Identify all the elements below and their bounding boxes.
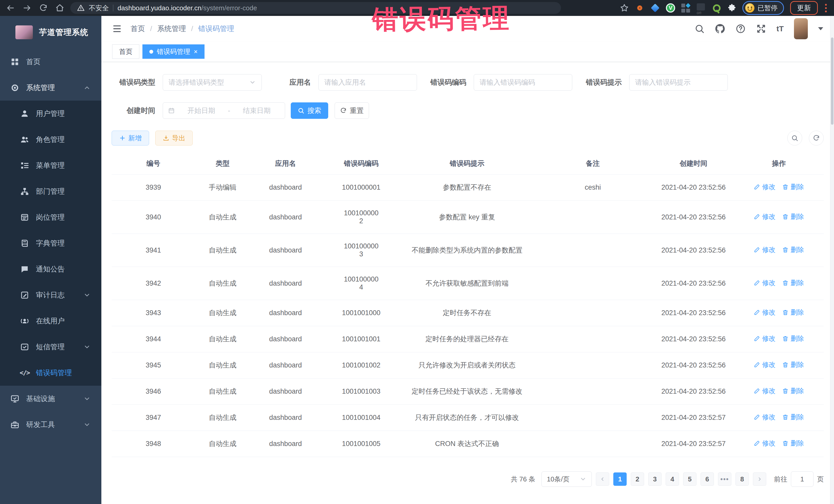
table-row: 3943自动生成dashboard1001001000定时任务不存在2021-0… <box>112 300 824 326</box>
sidebar-item-infra[interactable]: 基础设施 <box>0 386 101 412</box>
tab-error-code[interactable]: 错误码管理 × <box>142 44 204 59</box>
edit-link[interactable]: 修改 <box>754 279 775 287</box>
monitor-icon <box>10 394 20 403</box>
sidebar-item-user[interactable]: 用户管理 <box>0 101 101 127</box>
edit-link[interactable]: 修改 <box>754 439 775 447</box>
sidebar-item-home[interactable]: 首页 <box>0 49 101 75</box>
refresh-table-button[interactable] <box>809 131 824 146</box>
sidebar-item-label: 用户管理 <box>36 109 65 118</box>
page-button-2[interactable]: 2 <box>631 473 644 486</box>
cell-app: dashboard <box>250 353 321 378</box>
app-name-input[interactable] <box>319 74 417 91</box>
next-page-button[interactable] <box>753 473 766 486</box>
bookmark-star-icon[interactable] <box>620 3 629 13</box>
table-row: 3941自动生成dashboard100100000 3不能删除类型为系统内置的… <box>112 234 824 267</box>
paused-extension-badge[interactable]: 已暂停 <box>742 1 784 15</box>
page-button-8[interactable]: 8 <box>736 473 749 486</box>
delete-link[interactable]: 删除 <box>782 413 804 421</box>
avatar[interactable] <box>794 18 808 39</box>
close-icon[interactable]: × <box>194 48 198 55</box>
sidebar-item-system[interactable]: 系统管理 <box>0 75 101 101</box>
page-scrollbar[interactable] <box>830 16 834 504</box>
edit-link[interactable]: 修改 <box>754 246 775 254</box>
browser-menu-icon[interactable] <box>824 3 828 13</box>
delete-link[interactable]: 删除 <box>782 335 804 343</box>
grid-extension-icon[interactable] <box>681 3 690 13</box>
delete-link[interactable]: 删除 <box>782 387 804 395</box>
export-button[interactable]: 导出 <box>155 131 193 146</box>
add-button[interactable]: 新增 <box>112 131 149 146</box>
date-separator: - <box>228 107 230 115</box>
vue-devtools-icon[interactable]: V <box>666 3 675 13</box>
key-extension-icon[interactable] <box>712 3 721 13</box>
edit-link[interactable]: 修改 <box>754 413 775 421</box>
browser-update-button[interactable]: 更新 <box>790 1 818 15</box>
error-type-select[interactable]: 请选择错误码类型 <box>163 74 262 91</box>
edit-link[interactable]: 修改 <box>754 308 775 316</box>
delete-link[interactable]: 删除 <box>782 183 804 191</box>
gem-extension-icon[interactable] <box>651 3 660 13</box>
delete-link[interactable]: 删除 <box>782 308 804 316</box>
sidebar-item-notice[interactable]: 通知公告 <box>0 256 101 282</box>
error-code-input[interactable] <box>474 74 572 91</box>
reload-icon[interactable] <box>39 4 48 12</box>
delete-link[interactable]: 删除 <box>782 439 804 447</box>
page-button-4[interactable]: 4 <box>666 473 679 486</box>
sidebar-item-role[interactable]: 角色管理 <box>0 127 101 152</box>
breadcrumb: 首页 / 系统管理 / 错误码管理 <box>131 24 234 34</box>
delete-link[interactable]: 删除 <box>782 361 804 369</box>
cell-memo <box>532 305 653 322</box>
delete-link[interactable]: 删除 <box>782 213 804 221</box>
address-bar[interactable]: 不安全 dashboard.yudao.iocoder.cn/system/er… <box>70 2 561 14</box>
cell-actions: 修改删除 <box>734 204 824 230</box>
help-icon[interactable] <box>736 24 746 34</box>
search-icon[interactable] <box>695 24 705 34</box>
font-size-icon[interactable]: tT <box>776 24 784 33</box>
github-icon[interactable] <box>715 24 725 34</box>
forward-icon[interactable] <box>23 4 31 12</box>
target-extension-icon[interactable] <box>635 3 644 13</box>
delete-link[interactable]: 删除 <box>782 246 804 254</box>
prev-page-button[interactable] <box>596 473 609 486</box>
sidebar-item-menu[interactable]: 菜单管理 <box>0 152 101 178</box>
sidebar-item-online-user[interactable]: 在线用户 <box>0 308 101 334</box>
edit-link[interactable]: 修改 <box>754 387 775 395</box>
edit-link[interactable]: 修改 <box>754 335 775 343</box>
page-button-5[interactable]: 5 <box>683 473 697 486</box>
back-icon[interactable] <box>6 4 15 12</box>
sidebar-item-dev-tool[interactable]: 研发工具 <box>0 412 101 438</box>
sidebar-item-error-code[interactable]: </>错误码管理 <box>0 360 101 386</box>
scrollbar-thumb[interactable] <box>831 38 833 125</box>
sidebar-item-sms[interactable]: 短信管理 <box>0 334 101 360</box>
chevron-down-icon[interactable] <box>818 27 823 30</box>
sidebar-item-dept[interactable]: 部门管理 <box>0 178 101 204</box>
edit-link[interactable]: 修改 <box>754 361 775 369</box>
hamburger-icon[interactable] <box>112 24 122 34</box>
error-msg-input[interactable] <box>629 74 728 91</box>
sidebar-item-post[interactable]: 岗位管理 <box>0 204 101 230</box>
page-button-1[interactable]: 1 <box>613 473 627 486</box>
app-logo-row[interactable]: 芋道管理系统 <box>0 16 101 49</box>
sidebar-item-audit-log[interactable]: 审计日志 <box>0 282 101 308</box>
search-button[interactable]: 搜索 <box>291 103 328 119</box>
page-size-select[interactable]: 10条/页 <box>542 472 592 487</box>
edit-link[interactable]: 修改 <box>754 183 775 191</box>
delete-link[interactable]: 删除 <box>782 279 804 287</box>
goto-page-input[interactable] <box>791 472 813 487</box>
page-button-6[interactable]: 6 <box>701 473 714 486</box>
edit-link[interactable]: 修改 <box>754 213 775 221</box>
fullscreen-icon[interactable] <box>756 24 766 34</box>
sidebar-item-dict[interactable]: 字典管理 <box>0 230 101 256</box>
toggle-search-button[interactable] <box>787 131 802 146</box>
cell-memo <box>532 436 653 453</box>
page-button-3[interactable]: 3 <box>648 473 662 486</box>
reset-button[interactable]: 重置 <box>335 103 369 119</box>
breadcrumb-item-home[interactable]: 首页 <box>131 24 145 34</box>
date-range-picker[interactable]: 开始日期 - 结束日期 <box>163 103 285 119</box>
breadcrumb-item-system[interactable]: 系统管理 <box>157 24 186 34</box>
page-ellipsis[interactable]: ••• <box>718 473 731 486</box>
home-icon[interactable] <box>56 4 64 12</box>
tab-home[interactable]: 首页 <box>112 44 139 59</box>
puzzle-extensions-icon[interactable] <box>727 4 736 12</box>
on-badge-extension-icon[interactable]: on <box>697 3 706 13</box>
